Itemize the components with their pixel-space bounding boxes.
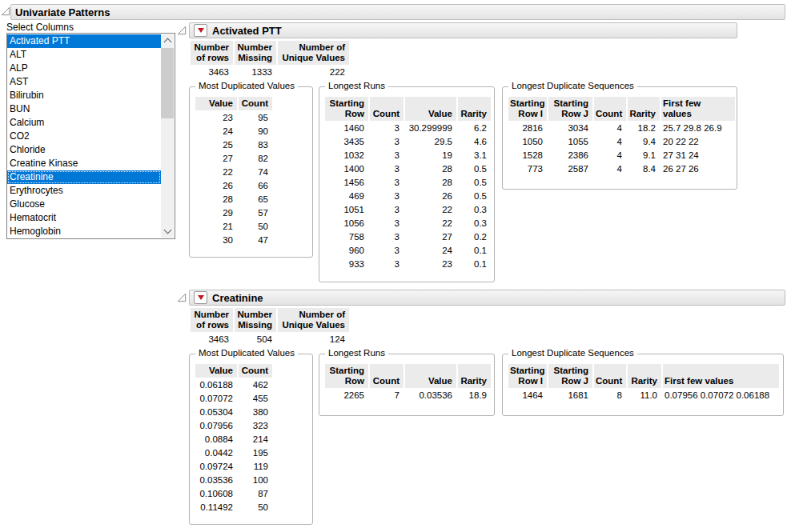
listbox-item-glucose[interactable]: Glucose [7, 198, 161, 211]
cell: 119 [239, 460, 272, 474]
column-header: First few values [663, 364, 779, 388]
cell: 57 [239, 206, 272, 220]
cell: 0.5 [458, 162, 491, 176]
scroll-up-button[interactable] [161, 34, 174, 47]
column-header: Starting Row J [548, 364, 592, 388]
column-header: First few values [661, 97, 735, 121]
group-label: Longest Duplicate Sequences [508, 81, 637, 90]
table-row: 0.0442195 [195, 446, 312, 460]
cell: 0.09724 [195, 460, 237, 474]
cell: 1464 [508, 389, 547, 402]
column-header: Count [594, 97, 626, 121]
cell: 1400 [325, 162, 368, 176]
listbox-item-alp[interactable]: ALP [7, 62, 161, 75]
cell: 0.5 [458, 176, 491, 190]
column-header: Value [195, 97, 237, 110]
disclosure-triangle-creatinine[interactable] [177, 293, 187, 302]
cell: 214 [239, 433, 272, 446]
listbox-item-activated-ptt[interactable]: Activated PTT [7, 34, 161, 48]
listbox-item-bilirubin[interactable]: Bilirubin [7, 89, 161, 102]
red-triangle-menu-button[interactable] [194, 291, 207, 304]
table-header-row: Starting Row IStarting Row JCountRarityF… [508, 97, 737, 122]
column-header: Count [239, 97, 272, 110]
group-label: Longest Runs [325, 348, 388, 358]
red-triangle-menu-button[interactable] [194, 24, 207, 37]
column-header: Rarity [628, 364, 661, 388]
cell: 469 [325, 190, 368, 203]
column-header: Count [239, 364, 272, 378]
table-header-row: Starting RowCountValueRarity [325, 364, 494, 389]
cell: 28 [405, 162, 456, 176]
cell: 1050 [508, 135, 547, 149]
table-header-row: Number of rowsNumber MissingNumber of Un… [191, 41, 351, 66]
red-triangle-icon [198, 295, 204, 300]
table-row: 9603240.1 [325, 244, 494, 258]
cell: 28 [405, 176, 456, 190]
table-row: 10513220.3 [325, 203, 494, 217]
cell: 0.03536 [195, 474, 237, 487]
cell: 3435 [325, 135, 368, 149]
table-row: 2395 [195, 111, 312, 125]
cell: 2816 [508, 122, 547, 135]
cell: 462 [239, 378, 272, 392]
table-header-row: Starting Row IStarting Row JCountRarityF… [508, 364, 783, 389]
listbox-item-calcium[interactable]: Calcium [7, 116, 161, 130]
listbox-item-bun[interactable]: BUN [7, 102, 161, 116]
cell: 22 [195, 166, 237, 179]
cell: 3463 [191, 333, 233, 346]
longest-runs-table-creatinine: Starting RowCountValueRarity226570.03536… [325, 364, 494, 402]
disclosure-triangle-report[interactable] [1, 6, 10, 16]
chevron-up-icon [163, 38, 171, 46]
cell: 25.7 29.8 26.9 [661, 122, 735, 135]
group-longest-runs-ptt: Longest Runs Starting RowCountValueRarit… [319, 86, 495, 282]
disclosure-triangle-activated-ptt[interactable] [177, 26, 187, 35]
table-header-row: ValueCount [195, 364, 312, 378]
listbox-item-hemoglobin[interactable]: Hemoglobin [7, 225, 161, 238]
listbox-item-alt[interactable]: ALT [7, 48, 161, 62]
cell: 23 [405, 258, 456, 271]
scrollbar-thumb[interactable] [161, 48, 174, 118]
column-header: Starting Row I [508, 364, 547, 388]
listbox-item-creatinine[interactable]: Creatinine [7, 170, 161, 184]
cell: 25 [195, 138, 237, 152]
table-row: 34631333222 [191, 66, 351, 79]
listbox-item-erythrocytes[interactable]: Erythrocytes [7, 184, 161, 198]
column-header: Number Missing [235, 41, 276, 65]
cell: 380 [239, 406, 272, 419]
listbox-item-ast[interactable]: AST [7, 75, 161, 89]
cell: 3 [370, 135, 404, 149]
table-row: 10323193.1 [325, 149, 494, 162]
cell: 22 [405, 217, 456, 230]
scroll-down-button[interactable] [161, 225, 174, 238]
summary-table-activated-ptt: Number of rowsNumber MissingNumber of Un… [191, 41, 351, 79]
table-row: 0.1149250 [195, 501, 312, 514]
cell: 3 [370, 203, 404, 217]
column-header: Value [405, 97, 456, 121]
cell: 9.1 [628, 149, 660, 162]
table-row: 0.1060887 [195, 487, 312, 501]
cell: 29 [195, 206, 237, 220]
cell: 2587 [548, 162, 592, 176]
cell: 27 [405, 230, 456, 244]
table-row: 0.06188462 [195, 378, 312, 392]
cell: 100 [239, 474, 272, 487]
table-row: 14641681811.00.07956 0.07072 0.06188 [508, 389, 783, 402]
cell: 0.05304 [195, 406, 237, 419]
cell: 30 [195, 234, 237, 247]
cell: 1055 [548, 135, 592, 149]
cell: 4 [594, 135, 626, 149]
listbox-item-chloride[interactable]: Chloride [7, 143, 161, 157]
select-columns-listbox[interactable]: Activated PTTALTALPASTBilirubinBUNCalciu… [6, 33, 175, 239]
table-row: 0.07956323 [195, 419, 312, 433]
listbox-item-creatine-kinase[interactable]: Creatine Kinase [7, 157, 161, 170]
cell: 3 [370, 230, 404, 244]
listbox-item-hematocrit[interactable]: Hematocrit [7, 211, 161, 225]
listbox-scrollbar[interactable] [161, 34, 174, 238]
cell: 18.2 [628, 122, 660, 135]
cell: 3 [370, 217, 404, 230]
listbox-item-co2[interactable]: CO2 [7, 130, 161, 143]
cell: 18.9 [458, 389, 491, 402]
cell: 1032 [325, 149, 368, 162]
column-header: Rarity [458, 97, 491, 121]
column-header: Starting Row [325, 364, 368, 388]
